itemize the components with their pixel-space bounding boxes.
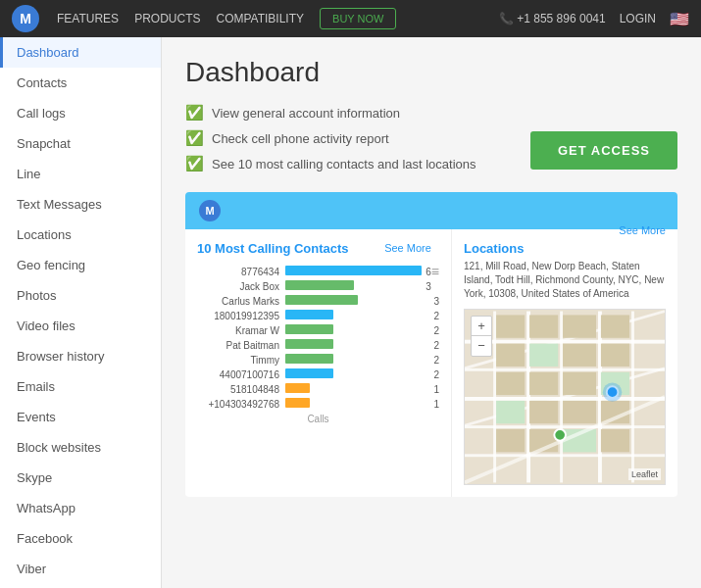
- bar-fill: [285, 310, 333, 319]
- location-see-more[interactable]: See More: [619, 224, 666, 236]
- sidebar-item-line[interactable]: Line: [0, 159, 161, 189]
- sidebar-item-locations[interactable]: Locations: [0, 220, 161, 250]
- bar-value: 6: [426, 267, 431, 277]
- svg-rect-14: [529, 315, 558, 337]
- bar-label: Carlus Marks: [197, 296, 285, 307]
- sidebar-item-dashboard[interactable]: Dashboard: [0, 37, 161, 68]
- bar-fill: [285, 354, 333, 364]
- location-section: Locations See More 121, Mill Road, New D…: [452, 229, 677, 497]
- sidebar-item-skype[interactable]: Skype: [0, 463, 161, 493]
- bar-row: Kramar W2: [197, 324, 439, 336]
- page-title: Dashboard: [185, 57, 677, 88]
- svg-rect-15: [563, 315, 596, 337]
- leaflet-label: Leaflet: [628, 468, 661, 480]
- nav-items: FEATURES PRODUCTS COMPATIBILITY BUY NOW: [57, 8, 499, 29]
- svg-rect-17: [496, 344, 525, 367]
- nav-login[interactable]: LOGIN: [620, 12, 656, 25]
- sidebar-item-events[interactable]: Events: [0, 402, 161, 432]
- bar-label: Timmy: [197, 355, 285, 366]
- bar-wrap: [285, 324, 429, 336]
- feature-text-2: Check cell phone activity report: [212, 131, 389, 146]
- bar-row: 87764346: [197, 266, 431, 277]
- nav-phone: 📞 +1 855 896 0041: [499, 12, 606, 25]
- map-zoom-in[interactable]: +: [472, 317, 491, 336]
- svg-rect-22: [529, 372, 558, 395]
- sidebar-item-browser-history[interactable]: Browser history: [0, 341, 161, 371]
- bar-label: Pat Baitman: [197, 340, 285, 351]
- bar-wrap: [285, 354, 429, 366]
- chart-see-more[interactable]: See More: [384, 242, 431, 254]
- bar-value: 3: [426, 281, 431, 292]
- svg-rect-20: [601, 344, 629, 367]
- map-zoom-out[interactable]: −: [472, 336, 491, 356]
- nav-flag: 🇺🇸: [670, 10, 689, 28]
- bar-row: 5181048481: [197, 383, 439, 395]
- bar-row: +1043034927681: [197, 398, 439, 410]
- get-access-button[interactable]: GET ACCESS: [530, 131, 677, 170]
- chart-axis-label: Calls: [197, 414, 439, 424]
- bar-label: 8776434: [197, 267, 285, 277]
- bar-value: 1: [433, 399, 439, 410]
- sidebar-item-viber[interactable]: Viber: [0, 554, 161, 584]
- sidebar-item-facebook[interactable]: Facebook: [0, 523, 161, 554]
- card-logo: M: [199, 200, 221, 221]
- map-controls[interactable]: + −: [471, 316, 492, 357]
- sidebar-item-block-websites[interactable]: Block websites: [0, 432, 161, 463]
- bar-wrap: [285, 398, 429, 410]
- bar-fill: [285, 266, 422, 275]
- svg-rect-19: [563, 344, 596, 367]
- nav-logo: M: [12, 5, 39, 32]
- bar-wrap: [285, 266, 422, 277]
- feature-text-1: View general account information: [212, 106, 400, 121]
- svg-rect-27: [563, 401, 596, 423]
- bar-wrap: [285, 339, 429, 351]
- sidebar-item-tinder[interactable]: Tinder: [0, 584, 161, 588]
- sidebar-item-contacts[interactable]: Contacts: [0, 68, 161, 98]
- nav-buy-now[interactable]: BUY NOW: [320, 8, 396, 29]
- map-container[interactable]: + − Leaflet: [464, 309, 666, 485]
- bar-wrap: [285, 310, 429, 321]
- sidebar-item-emails[interactable]: Emails: [0, 371, 161, 402]
- bar-label: Kramar W: [197, 325, 285, 336]
- svg-rect-18: [529, 344, 558, 367]
- bar-value: 2: [433, 325, 439, 336]
- bar-row: Carlus Marks3: [197, 295, 439, 307]
- nav-features[interactable]: FEATURES: [57, 12, 119, 25]
- svg-point-34: [554, 429, 566, 441]
- bar-wrap: [285, 383, 429, 395]
- sidebar-item-snapchat[interactable]: Snapchat: [0, 128, 161, 159]
- feature-item-1: ✅ View general account information: [185, 104, 677, 122]
- check-icon-1: ✅: [185, 104, 204, 122]
- main-layout: Dashboard Contacts Call logs Snapchat Li…: [0, 37, 701, 588]
- bar-row: 1800199123952: [197, 310, 439, 321]
- bar-fill: [285, 339, 333, 349]
- bar-label: 518104848: [197, 384, 285, 395]
- bar-label: 180019912395: [197, 311, 285, 321]
- svg-point-36: [603, 382, 622, 401]
- nav-compatibility[interactable]: COMPATIBILITY: [216, 12, 304, 25]
- chart-menu-dots[interactable]: ≡: [431, 264, 439, 279]
- sidebar-item-video-files[interactable]: Video files: [0, 311, 161, 341]
- sidebar-item-whatsapp[interactable]: WhatsApp: [0, 493, 161, 523]
- sidebar-item-call-logs[interactable]: Call logs: [0, 98, 161, 128]
- bar-fill: [285, 280, 354, 290]
- sidebar-item-text-messages[interactable]: Text Messages: [0, 189, 161, 220]
- svg-rect-29: [496, 429, 525, 452]
- bar-wrap: [285, 368, 429, 380]
- card-header: M: [185, 192, 677, 229]
- sidebar-item-geo-fencing[interactable]: Geo fencing: [0, 250, 161, 280]
- svg-rect-32: [601, 429, 629, 452]
- nav-products[interactable]: PRODUCTS: [134, 12, 200, 25]
- svg-rect-6: [493, 312, 496, 483]
- bar-row: Jack Box3: [197, 280, 431, 292]
- bar-value: 2: [433, 340, 439, 351]
- svg-rect-23: [563, 372, 596, 395]
- svg-rect-25: [496, 401, 525, 423]
- svg-rect-21: [496, 372, 525, 395]
- bar-value: 2: [433, 355, 439, 366]
- map-svg: [465, 310, 665, 484]
- svg-rect-10: [631, 312, 634, 483]
- sidebar: Dashboard Contacts Call logs Snapchat Li…: [0, 37, 162, 588]
- check-icon-2: ✅: [185, 129, 204, 147]
- sidebar-item-photos[interactable]: Photos: [0, 280, 161, 311]
